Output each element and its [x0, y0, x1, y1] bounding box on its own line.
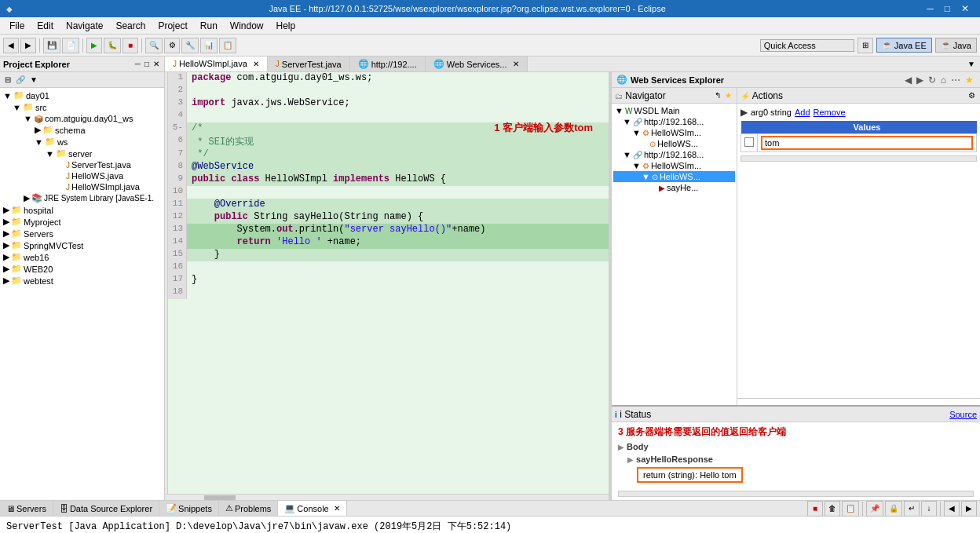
tree-item-hellowsimpl[interactable]: J HelloWSImpl.java [2, 181, 163, 192]
tree-item-package[interactable]: ▼ 📦 com.atguigu.day01_ws [2, 113, 163, 124]
menu-help[interactable]: Help [270, 19, 302, 33]
ws-refresh-btn[interactable]: ↻ [927, 75, 938, 86]
toolbar-stop[interactable]: ■ [122, 38, 138, 53]
tab-hellowsimpl[interactable]: J HelloWSImpl.java ✕ [165, 57, 268, 71]
editor-tabs-menu[interactable]: ▼ [966, 60, 977, 68]
tree-item-ws[interactable]: ▼ 📁 ws [2, 136, 163, 148]
close-button[interactable]: ✕ [956, 3, 974, 14]
console-scroll-bottom-btn[interactable]: ↓ [921, 501, 937, 517]
project-explorer-minimize[interactable]: ─ [133, 60, 142, 68]
editor-scrollbar-h[interactable] [165, 494, 609, 500]
tab-datasource[interactable]: 🗄 Data Source Explorer [53, 501, 159, 516]
console-stop-btn[interactable]: ■ [807, 501, 823, 517]
tree-item-myproject[interactable]: ▶ 📁 Myproject [2, 216, 163, 228]
nav-item-url2[interactable]: ▼ 🔗 http://192.168... [613, 149, 735, 160]
arg-remove-link[interactable]: Remove [814, 108, 846, 117]
toolbar-misc3[interactable]: 📊 [200, 38, 218, 53]
tree-item-hospital[interactable]: ▶ 📁 hospital [2, 204, 163, 216]
menu-edit[interactable]: Edit [31, 19, 60, 33]
menu-search[interactable]: Search [109, 19, 152, 33]
toolbar-debug[interactable]: 🐛 [104, 38, 121, 53]
tab-ws[interactable]: 🌐 Web Services... ✕ [426, 57, 528, 71]
toolbar-new[interactable]: 📄 [62, 38, 79, 53]
arg-value-input[interactable] [761, 136, 973, 150]
code-editor[interactable]: 1 package com.atguigu.day01_ws.ws; 2 3 i… [165, 72, 609, 500]
quick-access-input[interactable] [760, 39, 854, 52]
console-pin-btn[interactable]: 📌 [866, 501, 883, 517]
tab-console[interactable]: 💻 Console ✕ [278, 501, 346, 516]
toolbar-misc2[interactable]: 🔧 [181, 38, 199, 53]
ws-back-btn[interactable]: ◀ [903, 75, 913, 86]
nav-item-hellowsim2[interactable]: ▼ ⚙ HelloWSIm... [613, 160, 735, 171]
tree-item-src[interactable]: ▼ 📁 src [2, 101, 163, 113]
tree-item-jre[interactable]: ▶ 📚 JRE System Library [JavaSE-1. [2, 192, 163, 204]
tree-item-servertest[interactable]: J ServerTest.java [2, 159, 163, 170]
console-scroll-lock-btn[interactable]: 🔒 [885, 501, 902, 517]
console-copy-btn[interactable]: 📋 [842, 501, 859, 517]
toolbar-misc1[interactable]: ⚙ [164, 38, 180, 53]
actions-gear-btn[interactable]: ⚙ [967, 91, 977, 100]
tab-servers[interactable]: 🖥 Servers [0, 501, 53, 516]
nav-item-url1[interactable]: ▼ 🔗 http://192.168... [613, 116, 735, 127]
console-clear-btn[interactable]: 🗑 [825, 501, 840, 517]
perspective-javaee[interactable]: ☕ Java EE [876, 38, 932, 53]
ws-star-btn[interactable]: ★ [964, 75, 975, 86]
view-menu-btn[interactable]: ▼ [28, 75, 39, 84]
tree-item-schema[interactable]: ▶ 📁 schema [2, 124, 163, 136]
link-editor-btn[interactable]: 🔗 [14, 75, 27, 84]
tab-hellowsimpl-close[interactable]: ✕ [253, 60, 259, 68]
project-explorer-close[interactable]: ✕ [152, 60, 161, 68]
tree-item-webtest[interactable]: ▶ 📁 webtest [2, 275, 163, 287]
tab-ws-close[interactable]: ✕ [513, 60, 519, 68]
console-next-btn[interactable]: ▶ [961, 501, 977, 517]
console-sep [862, 502, 863, 516]
toolbar-forward[interactable]: ▶ [20, 38, 36, 53]
ws-home-btn[interactable]: ⌂ [939, 75, 948, 86]
menu-project[interactable]: Project [152, 19, 193, 33]
toolbar-perspective-icon[interactable]: ⊞ [858, 38, 873, 53]
scrollbar-thumb[interactable] [204, 495, 236, 500]
project-explorer-maximize[interactable]: □ [143, 60, 151, 68]
toolbar-back[interactable]: ◀ [3, 38, 19, 53]
actions-scrollbar[interactable] [740, 155, 977, 162]
toolbar-misc4[interactable]: 📋 [219, 38, 236, 53]
tab-snippets[interactable]: 📝 Snippets [159, 501, 219, 516]
tree-item-springmvc[interactable]: ▶ 📁 SpringMVCTest [2, 239, 163, 251]
nav-item-hellows2[interactable]: ▼ ⊙ HelloWS... [613, 171, 735, 182]
tree-item-web20[interactable]: ▶ 📁 WEB20 [2, 263, 163, 275]
nav-item-sayhello[interactable]: ▶ sayHe... [613, 182, 735, 193]
maximize-button[interactable]: □ [940, 3, 955, 14]
perspective-java[interactable]: ☕ Java [935, 38, 977, 53]
menu-run[interactable]: Run [194, 19, 224, 33]
tree-item-server[interactable]: ▼ 📁 server [2, 148, 163, 159]
nav-item-wsdlmain[interactable]: ▼ W WSDL Main [613, 105, 735, 116]
tree-item-servers[interactable]: ▶ 📁 Servers [2, 228, 163, 239]
tab-servertest[interactable]: J ServerTest.java [268, 57, 350, 71]
menu-file[interactable]: File [3, 19, 31, 33]
tree-item-hellows[interactable]: J HelloWS.java [2, 170, 163, 181]
toolbar-search[interactable]: 🔍 [145, 38, 163, 53]
toolbar-save[interactable]: 💾 [43, 38, 60, 53]
tab-console-close[interactable]: ✕ [334, 504, 340, 513]
nav-btn-2[interactable]: ★ [723, 91, 733, 100]
tree-item-web16[interactable]: ▶ 📁 web16 [2, 251, 163, 263]
toolbar-run[interactable]: ▶ [86, 38, 102, 53]
collapse-all-btn[interactable]: ⊟ [3, 75, 13, 84]
tab-url[interactable]: 🌐 http://192.... [350, 57, 426, 71]
nav-item-hellowsim1[interactable]: ▼ ⚙ HelloWSIm... [613, 127, 735, 138]
status-scrollbar[interactable] [618, 491, 974, 497]
nav-item-hellows1[interactable]: ⊙ HelloWS... [613, 138, 735, 149]
values-checkbox[interactable] [744, 137, 754, 147]
ws-more-btn[interactable]: ⋯ [949, 75, 962, 86]
nav-btn-1[interactable]: ↰ [713, 91, 722, 100]
arg-add-link[interactable]: Add [795, 108, 810, 117]
console-prev-btn[interactable]: ◀ [944, 501, 960, 517]
tab-problems[interactable]: ⚠ Problems [219, 501, 278, 516]
menu-window[interactable]: Window [224, 19, 270, 33]
minimize-button[interactable]: ─ [922, 3, 938, 14]
tree-item-day01[interactable]: ▼ 📁 day01 [2, 89, 163, 101]
menu-navigate[interactable]: Navigate [60, 19, 109, 33]
source-link[interactable]: Source [949, 410, 977, 419]
ws-forward-btn[interactable]: ▶ [915, 75, 925, 86]
console-word-wrap-btn[interactable]: ↵ [904, 501, 920, 517]
